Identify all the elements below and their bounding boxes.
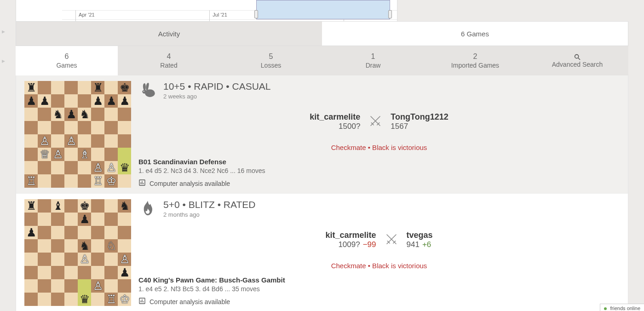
- game-title: 5+0 • BLITZ • RATED: [163, 199, 255, 210]
- rabbit-icon: [138, 81, 157, 99]
- player-rating: 1009?−99: [338, 240, 376, 249]
- timeline-handle-right[interactable]: [388, 10, 392, 18]
- svg-line-1: [578, 58, 580, 60]
- swords-icon: [385, 232, 398, 248]
- game-board-preview[interactable]: ♜♝♚♞♟♟♞♘♙♙♟♙♛♖♔: [24, 199, 131, 306]
- svg-line-20: [387, 242, 389, 244]
- timeline-selection[interactable]: [256, 0, 390, 19]
- tab-activity[interactable]: Activity: [16, 22, 322, 46]
- game-row[interactable]: ♜♜♚♟♟♟♟♟♞♟♞♙♙♕♙♗♙♙♛♖♖♔10+5 • RAPID • CAS…: [16, 75, 628, 194]
- timeline-tick: Apr '21: [75, 10, 76, 21]
- filter-tab-losses[interactable]: 5Losses: [220, 46, 322, 75]
- filter-tab-rated[interactable]: 4Rated: [118, 46, 220, 75]
- player-right[interactable]: TongTong12121567: [391, 112, 448, 131]
- computer-analysis-link[interactable]: Computer analysis available: [138, 297, 620, 306]
- rating-diff: −99: [363, 240, 376, 249]
- search-icon: [574, 53, 581, 61]
- player-left[interactable]: kit_carmelite1009?−99: [325, 230, 376, 249]
- player-right[interactable]: tvegas941+6: [407, 230, 433, 249]
- game-row[interactable]: ♜♝♚♞♟♟♞♘♙♙♟♙♛♖♔5+0 • BLITZ • RATED2 mont…: [16, 194, 628, 311]
- svg-line-10: [371, 124, 373, 126]
- friends-online-widget[interactable]: friends online: [600, 304, 644, 311]
- opening-moves: 1. e4 e5 2. Nf3 Bc5 3. d4 Bd6 ... 35 mov…: [138, 285, 620, 293]
- svg-point-3: [142, 90, 147, 93]
- svg-line-15: [387, 235, 394, 242]
- player-rating: 1500?: [339, 122, 360, 131]
- opening-name: B01 Scandinavian Defense: [138, 158, 620, 166]
- filter-tab-imported-games[interactable]: 2Imported Games: [424, 46, 526, 75]
- profile-main-tabs: Activity 6 Games: [16, 21, 628, 46]
- svg-line-5: [371, 116, 378, 124]
- tab-games[interactable]: 6 Games: [322, 22, 628, 46]
- game-result: Checkmate • Black is victorious: [138, 144, 620, 151]
- advanced-search-button[interactable]: Advanced Search: [526, 46, 628, 75]
- timeline-handle-left[interactable]: [254, 10, 258, 18]
- svg-line-9: [379, 124, 380, 126]
- opening-moves: 1. e4 d5 2. Nc3 d4 3. Nce2 Nc6 ... 16 mo…: [138, 167, 620, 174]
- timeline-tick: Jul '21: [209, 10, 210, 21]
- fire-icon: [138, 199, 157, 218]
- game-result: Checkmate • Black is victorious: [138, 262, 620, 270]
- svg-line-16: [388, 235, 396, 242]
- rating-diff: +6: [422, 240, 431, 249]
- swords-icon: [368, 114, 382, 129]
- collapse-arrow-icon[interactable]: ▸: [2, 28, 5, 35]
- player-name: tvegas: [407, 230, 433, 240]
- game-timestamp: 2 weeks ago: [163, 93, 271, 100]
- player-rating: 941+6: [407, 240, 431, 249]
- player-name: TongTong1212: [391, 112, 448, 122]
- games-list: ♜♜♚♟♟♟♟♟♞♟♞♙♙♕♙♗♙♙♛♖♖♔10+5 • RAPID • CAS…: [16, 75, 628, 311]
- svg-line-6: [373, 116, 380, 124]
- game-board-preview[interactable]: ♜♜♚♟♟♟♟♟♞♟♞♙♙♕♙♗♙♙♛♖♖♔: [24, 81, 131, 188]
- game-timestamp: 2 months ago: [163, 211, 255, 218]
- opening-name: C40 King's Pawn Game: Busch-Gass Gambit: [138, 276, 620, 284]
- collapse-arrow-icon[interactable]: ▸: [2, 57, 5, 64]
- player-name: kit_carmelite: [325, 230, 376, 240]
- svg-point-0: [575, 55, 579, 58]
- player-rating: 1567: [391, 122, 408, 131]
- game-title: 10+5 • RAPID • CASUAL: [163, 81, 271, 92]
- timeline[interactable]: Apr '21Jul '21Oct '21: [16, 0, 397, 21]
- bar-chart-icon: [138, 179, 146, 188]
- bar-chart-icon: [138, 297, 146, 306]
- svg-point-2: [145, 89, 155, 97]
- filter-tab-draw[interactable]: 1Draw: [322, 46, 424, 75]
- svg-line-19: [394, 242, 396, 244]
- computer-analysis-link[interactable]: Computer analysis available: [138, 179, 620, 188]
- svg-point-4: [144, 91, 144, 92]
- player-name: kit_carmelite: [310, 112, 360, 122]
- games-filter-tabs: 6Games4Rated5Losses1Draw2Imported GamesA…: [16, 46, 628, 75]
- filter-tab-games[interactable]: 6Games: [16, 46, 118, 75]
- player-left[interactable]: kit_carmelite1500?: [310, 112, 360, 131]
